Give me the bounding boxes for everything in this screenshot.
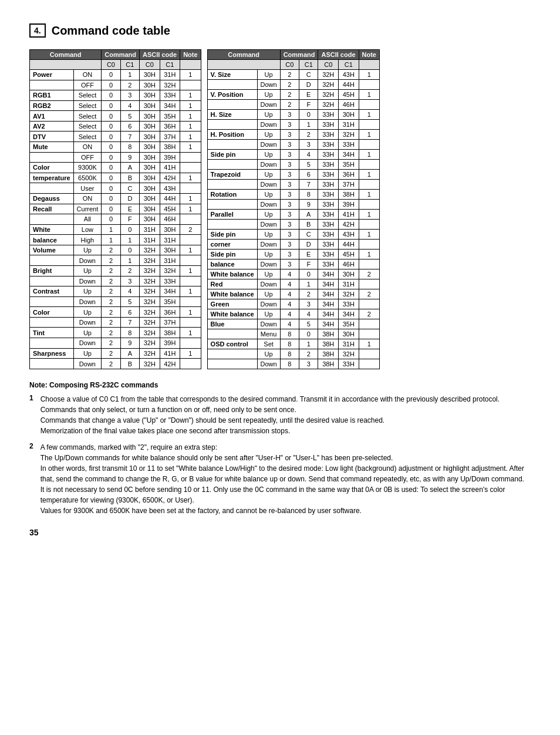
title-number: 4. [29,23,46,38]
table-row: OFF0930H39H [30,152,201,163]
table-row: Down3933H39H [207,200,379,210]
table-row: All0F30H46H [30,214,201,225]
note-text: A few commands, marked with "2", require… [41,442,531,516]
table-row: Down2732H37H [30,317,201,328]
table-row: Side pinUp3433H34H1 [207,150,379,160]
table-row: temperature6500K0B30H42H1 [30,173,201,183]
table-row: OSD controlSet8138H31H1 [207,339,379,349]
table-row: Down2532H35H [30,296,201,307]
table-row: H. SizeUp3033H30H1 [207,110,379,120]
table-row: Side pinUp3E33H45H1 [207,250,379,259]
table-row: Down2D32H44H [207,80,379,90]
left-ascii-header: ASCII code [140,50,180,60]
table-row: White balanceUp4434H34H2 [207,309,379,319]
table-row: Down2932H39H [30,338,201,349]
left-asc-c1-subheader: C1 [160,60,180,70]
title-text: Command code table [52,24,170,38]
page-title: 4. Command code table [29,23,531,38]
note-number: 1 [29,394,33,436]
table-row: User0C30H43H [30,183,201,194]
table-row: RedDown4134H31H [207,279,379,289]
right-command-code-header: Command [280,50,318,60]
table-row: Down3533H35H [207,160,379,170]
left-command-table: Command Command ASCII code Note C0 C1 C0… [29,49,201,369]
table-row: Side pinUp3C33H43H1 [207,230,379,240]
note-item: 1 Choose a value of C0 C1 from the table… [29,394,531,436]
table-row: balanceHigh1131H31H [30,235,201,245]
notes-section: Note: Composing RS-232C commands 1 Choos… [29,381,531,516]
table-row: DegaussON0D30H44H1 [30,193,201,204]
left-c0-subheader: C0 [102,60,120,70]
table-row: AV2Select0630H36H1 [30,121,201,132]
table-row: SharpnessUp2A32H41H1 [30,348,201,359]
right-asc-c1-subheader: C1 [338,60,359,70]
table-row: OFF0230H32H [30,80,201,90]
table-row: Down2332H33H [30,276,201,286]
table-row: Menu8038H30H [207,329,379,339]
table-row: ColorUp2632H36H1 [30,307,201,318]
right-c1-subheader: C1 [299,60,318,70]
table-row: White balanceUp4234H32H2 [207,289,379,299]
table-row: TrapezoidUp3633H36H1 [207,170,379,180]
note-number: 2 [29,442,33,516]
left-command-header: Command [30,50,102,60]
table-row: Down3133H31H [207,120,379,130]
table-row: Down2F32H46H [207,100,379,110]
table-row: Up8238H32H [207,349,379,359]
table-row: balanceDown3F33H46H [207,259,379,269]
right-c0-subheader: C0 [280,60,299,70]
note-item: 2 A few commands, marked with "2", requi… [29,442,531,516]
left-c1-subheader: C1 [120,60,139,70]
page-number: 35 [29,528,531,537]
table-row: Down8338H33H [207,359,379,369]
table-row: Down3733H37H [207,180,379,190]
table-row: Down2132H31H [30,255,201,266]
table-row: RotationUp3833H38H1 [207,190,379,200]
right-ascii-header: ASCII code [318,50,359,60]
table-row: Color9300K0A30H41H [30,163,201,173]
right-command-header: Command [207,50,280,60]
table-row: RecallCurrent0E30H45H1 [30,204,201,214]
table-row: ParallelUp3A33H41H1 [207,210,379,220]
table-row: H. PositionUp3233H32H1 [207,130,379,140]
table-row: PowerON0130H31H1 [30,70,201,80]
left-command-code-header: Command [102,50,140,60]
table-row: Down3333H33H [207,140,379,150]
left-note-header: Note [180,50,201,60]
table-row: DTVSelect0730H37H1 [30,132,201,142]
table-row: Down2B32H42H [30,359,201,369]
table-row: RGB1Select0330H33H1 [30,90,201,101]
table-row: VolumeUp2032H30H1 [30,245,201,255]
right-asc-c0-subheader: C0 [318,60,339,70]
note-text: Choose a value of C0 C1 from the table t… [41,394,500,436]
table-row: V. PositionUp2E32H45H1 [207,90,379,100]
table-row: AV1Select0530H35H1 [30,111,201,122]
right-note-header: Note [359,50,379,60]
table-row: BrightUp2232H32H1 [30,265,201,276]
table-row: White balanceUp4034H30H2 [207,269,379,279]
table-row: GreenDown4334H33H [207,299,379,309]
table-row: TintUp2832H38H1 [30,328,201,338]
table-row: WhiteLow1031H30H2 [30,224,201,235]
notes-title: Note: Composing RS-232C commands [29,381,531,389]
table-row: V. SizeUp2C32H43H1 [207,70,379,80]
table-row: ContrastUp2432H34H1 [30,286,201,297]
right-command-table: Command Command ASCII code Note C0 C1 C0… [207,49,380,369]
table-row: Down3B33H42H [207,220,379,230]
left-asc-c0-subheader: C0 [140,60,160,70]
table-row: RGB2Select0430H34H1 [30,100,201,111]
table-row: BlueDown4534H35H [207,319,379,329]
table-row: MuteON0830H38H1 [30,142,201,153]
table-row: cornerDown3D33H44H [207,240,379,250]
